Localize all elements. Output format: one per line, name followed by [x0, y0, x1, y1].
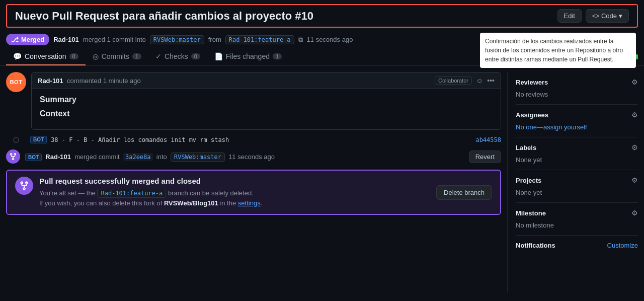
merge-icon: [6, 149, 20, 164]
tab-conversation[interactable]: 💬 Conversation 0: [6, 48, 86, 65]
merged-success-desc-1: You're all set — the Rad-101:feature-a b…: [39, 188, 430, 198]
pr-title-actions: Edit <> Code ▾: [557, 9, 629, 23]
sidebar-assignees: Assignees ⚙ No one—assign yourself: [516, 105, 638, 137]
pr-author: Rad-101: [53, 36, 79, 43]
sidebar-milestone-header: Milestone ⚙: [516, 209, 638, 217]
sidebar-assignees-value[interactable]: No one—assign yourself: [516, 123, 587, 131]
comment-header: Rad-101 commented 1 minute ago Collabora…: [32, 72, 501, 89]
checks-icon: ✓: [155, 52, 162, 60]
tab-files-changed[interactable]: 📄 Files changed 1: [207, 48, 289, 65]
tab-commits[interactable]: ◎ Commits 1: [86, 48, 148, 65]
comment-context-heading: Context: [40, 109, 493, 118]
sidebar-labels-value: None yet: [516, 156, 542, 164]
labels-gear-icon[interactable]: ⚙: [631, 143, 638, 152]
sidebar-milestone-value: No milestone: [516, 221, 554, 229]
comment-container: BOT Rad-101 commented 1 minute ago Colla…: [6, 72, 501, 130]
bot-tag: BOT: [30, 136, 47, 143]
content-col: BOT Rad-101 commented 1 minute ago Colla…: [6, 72, 507, 292]
comment-emoji-button[interactable]: ☺: [476, 77, 483, 85]
chevron-down-icon: ▾: [619, 12, 622, 20]
annotation-box: Confirmación de los cambios realizados e…: [480, 33, 636, 68]
source-branch[interactable]: Rad-101:feature-a: [225, 35, 294, 44]
reviewers-gear-icon[interactable]: ⚙: [631, 78, 638, 86]
main-layout: BOT Rad-101 commented 1 minute ago Colla…: [0, 66, 644, 292]
edit-button[interactable]: Edit: [557, 9, 582, 23]
sidebar-labels-header: Labels ⚙: [516, 143, 638, 152]
comment-card: Rad-101 commented 1 minute ago Collabora…: [31, 72, 501, 130]
copy-icon[interactable]: ⧉: [298, 36, 303, 44]
sidebar-assignees-title: Assignees: [516, 111, 548, 119]
pr-action: merged 1 commit into: [83, 36, 146, 43]
sidebar-labels: Labels ⚙ None yet: [516, 137, 638, 170]
commit-line: BOT 38 - F - B - Añadir los comandos ini…: [6, 136, 501, 143]
comment-more-button[interactable]: •••: [487, 77, 495, 85]
merge-event: BOT Rad-101 merged commit 3a2ee8a into R…: [6, 149, 501, 164]
sidebar-reviewers-title: Reviewers: [516, 79, 548, 86]
merge-commit-hash[interactable]: 3a2ee8a: [123, 153, 153, 161]
sidebar-labels-title: Labels: [516, 144, 536, 152]
sidebar-reviewers-value: No reviews: [516, 91, 548, 98]
commit-dot: [13, 137, 19, 143]
repo-name: RVSWeb/Blog101: [164, 199, 218, 207]
merge-text: BOT Rad-101 merged commit 3a2ee8a into R…: [25, 153, 275, 161]
sidebar-reviewers: Reviewers ⚙ No reviews: [516, 72, 638, 105]
comment-body: Summary Context: [32, 89, 501, 129]
delete-branch-button[interactable]: Delete branch: [436, 185, 492, 200]
code-button[interactable]: <> Code ▾: [586, 9, 629, 23]
merge-target-branch[interactable]: RVSWeb:master: [171, 153, 225, 162]
sidebar-notifications-title: Notifications: [516, 242, 555, 249]
assignees-gear-icon[interactable]: ⚙: [631, 111, 638, 119]
pr-from: from: [208, 36, 221, 43]
sidebar-milestone: Milestone ⚙ No milestone: [516, 203, 638, 236]
comment-summary-heading: Summary: [40, 95, 493, 104]
sidebar-customize-button[interactable]: Customize: [607, 242, 638, 249]
page-title: Nuevo Pull Request para añadir cambios a…: [15, 10, 313, 23]
merge-branch-icon: ⎇: [11, 36, 19, 43]
commit-hash[interactable]: ab44558: [475, 136, 501, 143]
target-branch[interactable]: RVSWeb:master: [150, 35, 204, 44]
sidebar-milestone-title: Milestone: [516, 209, 546, 217]
comment-header-left: Rad-101 commented 1 minute ago: [38, 77, 141, 85]
pr-time: 11 seconds ago: [307, 36, 353, 43]
sidebar-notifications: Notifications Customize: [516, 236, 638, 255]
revert-button[interactable]: Revert: [469, 150, 501, 163]
collaborator-badge: Collaborator: [435, 77, 472, 85]
projects-gear-icon[interactable]: ⚙: [631, 176, 638, 184]
sidebar-projects-header: Projects ⚙: [516, 176, 638, 184]
milestone-gear-icon[interactable]: ⚙: [631, 209, 638, 217]
merged-success-content: Pull request successfully merged and clo…: [39, 177, 430, 208]
merge-bot-tag: BOT: [25, 154, 42, 161]
sidebar-projects: Projects ⚙ None yet: [516, 170, 638, 203]
settings-link[interactable]: settings: [238, 199, 261, 207]
comment-header-right: Collaborator ☺ •••: [435, 77, 495, 85]
sidebar-projects-title: Projects: [516, 177, 541, 184]
avatar: BOT: [6, 72, 26, 92]
sidebar: Reviewers ⚙ No reviews Assignees ⚙ No on…: [507, 72, 638, 292]
merged-success-title: Pull request successfully merged and clo…: [39, 177, 430, 185]
merged-source-branch[interactable]: Rad-101:feature-a: [97, 189, 166, 198]
merged-success-header: Pull request successfully merged and clo…: [7, 171, 500, 214]
commit-message: 38 - F - B - Añadir los comandos init mv…: [51, 136, 229, 143]
merge-author: Rad-101: [45, 153, 71, 161]
sidebar-reviewers-header: Reviewers ⚙: [516, 78, 638, 86]
pr-title-bar: Nuevo Pull Request para añadir cambios a…: [6, 4, 638, 28]
tab-checks[interactable]: ✓ Checks 0: [148, 48, 207, 65]
annotation-text: Confirmación de los cambios realizados e…: [485, 38, 623, 63]
conversation-icon: 💬: [13, 52, 22, 60]
merged-success-box: Pull request successfully merged and clo…: [6, 170, 501, 215]
merged-badge: ⎇ Merged: [6, 34, 49, 45]
commits-icon: ◎: [93, 52, 99, 60]
merged-success-desc-2: If you wish, you can also delete this fo…: [39, 198, 430, 208]
files-icon: 📄: [214, 52, 223, 60]
sidebar-assignees-header: Assignees ⚙: [516, 111, 638, 119]
merge-success-icon: [15, 177, 33, 195]
sidebar-projects-value: None yet: [516, 189, 542, 196]
code-icon: <>: [592, 13, 599, 20]
